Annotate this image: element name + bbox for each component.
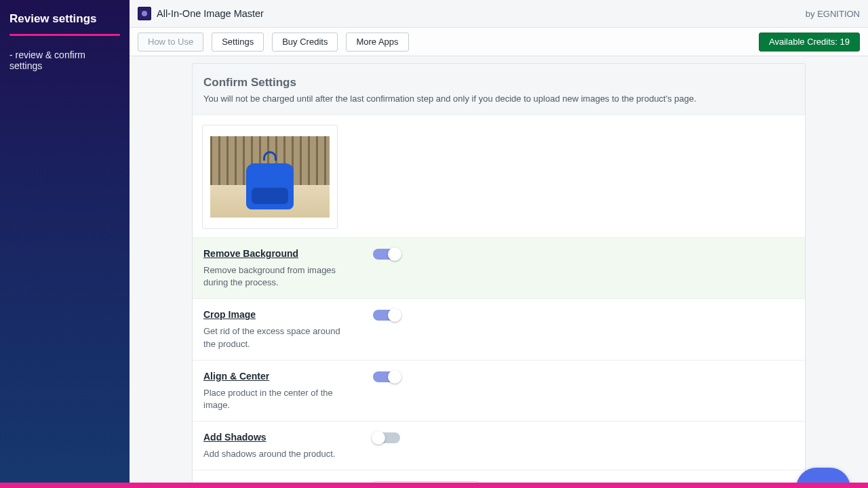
- setting-description: Remove background from images during the…: [203, 264, 346, 289]
- header: All-In-One Image Master by EGNITION: [130, 0, 868, 28]
- toggle[interactable]: [373, 432, 400, 443]
- panel-head: Confirm Settings You will not be charged…: [193, 64, 805, 115]
- svg-point-0: [142, 11, 147, 16]
- setting-info: Align & CenterPlace product in the cente…: [203, 370, 346, 411]
- setting-description: Get rid of the excess space around the p…: [203, 325, 346, 350]
- setting-control: [373, 431, 400, 460]
- toggle-knob: [388, 308, 401, 322]
- toolbar: How to Use Settings Buy Credits More App…: [130, 28, 868, 56]
- product-thumbnail[interactable]: [202, 125, 338, 229]
- setting-row: Crop ImageGet rid of the excess space ar…: [193, 298, 805, 359]
- setting-name-link[interactable]: Align & Center: [203, 371, 269, 382]
- settings-button[interactable]: Settings: [212, 33, 264, 52]
- setting-row: Add ShadowsAdd shadows around the produc…: [193, 421, 805, 470]
- how-to-use-button[interactable]: How to Use: [138, 33, 203, 52]
- image-preview-area: [193, 115, 805, 237]
- product-image: [210, 136, 330, 218]
- setting-info: Add ShadowsAdd shadows around the produc…: [203, 431, 346, 460]
- credits-wrap: Available Credits: 19: [759, 33, 860, 52]
- setting-description: Place product in the center of the image…: [203, 387, 346, 411]
- toggle[interactable]: [373, 249, 400, 260]
- vendor-label: by EGNITION: [806, 9, 860, 19]
- setting-control: [373, 308, 400, 350]
- setting-info: Remove BackgroundRemove background from …: [203, 247, 346, 289]
- setting-row: Remove BackgroundRemove background from …: [193, 237, 805, 298]
- toggle-knob: [372, 431, 385, 445]
- more-apps-button[interactable]: More Apps: [346, 33, 408, 52]
- main: All-In-One Image Master by EGNITION How …: [130, 0, 868, 483]
- toggle[interactable]: [373, 310, 400, 321]
- sidebar-underline: [9, 34, 120, 36]
- app-title: All-In-One Image Master: [157, 8, 264, 19]
- content: Confirm Settings You will not be charged…: [130, 56, 868, 483]
- setting-row: Align & CenterPlace product in the cente…: [193, 360, 805, 421]
- buy-credits-button[interactable]: Buy Credits: [272, 33, 338, 52]
- setting-description: Add shadows around the product.: [203, 448, 346, 460]
- app-icon: [138, 7, 151, 20]
- toggle-knob: [388, 370, 401, 384]
- setting-name-link[interactable]: Add Shadows: [203, 432, 267, 443]
- toggle[interactable]: [373, 371, 400, 382]
- sidebar: Review settings - review & confirm setti…: [0, 0, 130, 483]
- bottom-accent-bar: [0, 483, 868, 488]
- panel-subtitle: You will not be charged until after the …: [203, 94, 793, 104]
- sidebar-title: Review settings: [9, 12, 120, 26]
- setting-control: [373, 247, 400, 289]
- available-credits-button[interactable]: Available Credits: 19: [759, 33, 860, 52]
- setting-info: Crop ImageGet rid of the excess space ar…: [203, 308, 346, 350]
- setting-name-link[interactable]: Remove Background: [203, 248, 298, 259]
- panel-title: Confirm Settings: [203, 76, 793, 89]
- sidebar-item-review-confirm[interactable]: - review & confirm settings: [9, 49, 120, 71]
- settings-panel: Confirm Settings You will not be charged…: [192, 63, 806, 483]
- setting-control: [373, 370, 400, 411]
- setting-name-link[interactable]: Crop Image: [203, 309, 256, 320]
- toggle-knob: [388, 247, 401, 261]
- setting-row: Image CanvasAdjust canvas to fit a speci…: [193, 470, 805, 483]
